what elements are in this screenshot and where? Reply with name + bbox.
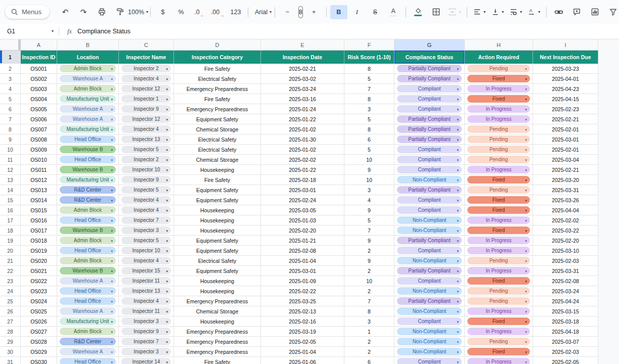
header-cell-next_due[interactable]: Next Inspection Due bbox=[533, 51, 598, 64]
dropdown-chip[interactable]: Inspector 10▾ bbox=[121, 247, 171, 254]
dropdown-chip[interactable]: Compliant▾ bbox=[397, 105, 462, 113]
dropdown-chip[interactable]: Inspector 2▾ bbox=[121, 65, 171, 72]
row-number[interactable]: 25 bbox=[0, 296, 21, 306]
dropdown-chip[interactable]: Pending▾ bbox=[467, 297, 530, 305]
column-header-B[interactable]: B bbox=[57, 39, 119, 51]
dropdown-chip[interactable]: Compliant▾ bbox=[397, 95, 462, 103]
dropdown-chip[interactable]: Manufacturing Unit▾ bbox=[60, 95, 116, 103]
row-number[interactable]: 21 bbox=[0, 256, 21, 266]
dropdown-chip[interactable]: Partially Compliant▾ bbox=[397, 135, 462, 143]
dropdown-chip[interactable]: Manufacturing Unit▾ bbox=[60, 176, 116, 184]
dropdown-chip[interactable]: Warehouse A▾ bbox=[60, 75, 116, 82]
row-number[interactable]: 1 bbox=[0, 51, 21, 64]
row-number[interactable]: 12 bbox=[0, 165, 21, 175]
row-number[interactable]: 24 bbox=[0, 286, 21, 296]
row-number[interactable]: 2 bbox=[0, 64, 21, 74]
dropdown-chip[interactable]: Inspector 1▾ bbox=[121, 95, 171, 103]
insert-link-button[interactable] bbox=[550, 5, 567, 19]
dropdown-chip[interactable]: R&D Center▾ bbox=[60, 196, 116, 204]
dropdown-chip[interactable]: Non-Compliant▾ bbox=[397, 348, 462, 355]
header-cell-id[interactable]: Inspection ID bbox=[21, 51, 57, 64]
zoom-select[interactable]: 100% ▾ bbox=[129, 5, 147, 19]
dropdown-chip[interactable]: Inspector 2▾ bbox=[121, 156, 171, 163]
dropdown-chip[interactable]: Compliant▾ bbox=[397, 146, 462, 153]
dropdown-chip[interactable]: Pending▾ bbox=[467, 287, 530, 295]
row-number[interactable]: 13 bbox=[0, 175, 21, 185]
decrease-decimal-button[interactable]: .0← bbox=[191, 5, 208, 19]
dropdown-chip[interactable]: Inspector 9▾ bbox=[121, 105, 171, 113]
dropdown-chip[interactable]: Admin Block▾ bbox=[60, 328, 116, 335]
dropdown-chip[interactable]: In Progress▾ bbox=[467, 247, 530, 254]
dropdown-chip[interactable]: Inspector 9▾ bbox=[121, 176, 171, 184]
dropdown-chip[interactable]: Inspector 9▾ bbox=[121, 328, 171, 335]
currency-format-button[interactable]: $ bbox=[154, 5, 171, 19]
row-number[interactable]: 14 bbox=[0, 185, 21, 195]
dropdown-chip[interactable]: In Progress▾ bbox=[467, 85, 530, 93]
dropdown-chip[interactable]: Inspector 15▾ bbox=[121, 267, 171, 275]
dropdown-chip[interactable]: Inspector 12▾ bbox=[121, 115, 171, 123]
header-cell-date[interactable]: Inspection Date bbox=[261, 51, 344, 64]
dropdown-chip[interactable]: R&D Center▾ bbox=[60, 186, 116, 194]
dropdown-chip[interactable]: Pending▾ bbox=[467, 338, 530, 345]
dropdown-chip[interactable]: Fixed▾ bbox=[467, 196, 530, 204]
dropdown-chip[interactable]: Non-Compliant▾ bbox=[397, 287, 462, 295]
percent-format-button[interactable]: % bbox=[172, 5, 190, 19]
row-number[interactable]: 29 bbox=[0, 337, 21, 347]
dropdown-chip[interactable]: Inspector 4▾ bbox=[121, 75, 171, 82]
name-box[interactable]: G1 ▾ bbox=[0, 28, 58, 35]
dropdown-chip[interactable]: Inspector 5▾ bbox=[121, 186, 171, 194]
dropdown-chip[interactable]: Compliant▾ bbox=[397, 156, 462, 163]
dropdown-chip[interactable]: Head Office▾ bbox=[60, 156, 116, 163]
dropdown-chip[interactable]: Fixed▾ bbox=[467, 75, 530, 82]
decrease-font-size-button[interactable]: − bbox=[279, 5, 296, 19]
dropdown-chip[interactable]: Partially Compliant▾ bbox=[397, 267, 462, 275]
dropdown-chip[interactable]: Fixed▾ bbox=[467, 226, 530, 234]
dropdown-chip[interactable]: Non-Compliant▾ bbox=[397, 338, 462, 345]
column-header-E[interactable]: E bbox=[261, 39, 344, 51]
borders-button[interactable] bbox=[428, 5, 445, 19]
column-header-F[interactable]: F bbox=[344, 39, 394, 51]
dropdown-chip[interactable]: Compliant▾ bbox=[397, 358, 462, 364]
row-number[interactable]: 6 bbox=[0, 104, 21, 114]
dropdown-chip[interactable]: Partially Compliant▾ bbox=[397, 237, 462, 244]
row-number[interactable]: 8 bbox=[0, 124, 21, 134]
dropdown-chip[interactable]: Inspector 5▾ bbox=[121, 237, 171, 244]
dropdown-chip[interactable]: Non-Compliant▾ bbox=[397, 307, 462, 315]
dropdown-chip[interactable]: Non-Compliant▾ bbox=[397, 257, 462, 264]
dropdown-chip[interactable]: In Progress▾ bbox=[467, 307, 530, 315]
dropdown-chip[interactable]: Inspector 3▾ bbox=[121, 317, 171, 325]
dropdown-chip[interactable]: Inspector 12▾ bbox=[121, 85, 171, 93]
dropdown-chip[interactable]: Warehouse A▾ bbox=[60, 277, 116, 285]
formula-content[interactable]: Compliance Status bbox=[77, 28, 130, 35]
text-color-button[interactable]: A bbox=[385, 5, 402, 19]
dropdown-chip[interactable]: R&D Center▾ bbox=[60, 338, 116, 345]
dropdown-chip[interactable]: Pending▾ bbox=[467, 186, 530, 194]
dropdown-chip[interactable]: Admin Block▾ bbox=[60, 65, 116, 72]
dropdown-chip[interactable]: Inspector 4▾ bbox=[121, 125, 171, 133]
dropdown-chip[interactable]: Non-Compliant▾ bbox=[397, 216, 462, 224]
dropdown-chip[interactable]: Inspector 4▾ bbox=[121, 206, 171, 214]
undo-button[interactable]: ↶ bbox=[57, 5, 74, 19]
dropdown-chip[interactable]: Head Office▾ bbox=[60, 358, 116, 364]
dropdown-chip[interactable]: Compliant▾ bbox=[397, 166, 462, 173]
dropdown-chip[interactable]: Admin Block▾ bbox=[60, 85, 116, 93]
print-button[interactable] bbox=[93, 5, 110, 19]
dropdown-chip[interactable]: Partially Compliant▾ bbox=[397, 186, 462, 194]
dropdown-chip[interactable]: Compliant▾ bbox=[397, 317, 462, 325]
dropdown-chip[interactable]: Inspector 3▾ bbox=[121, 348, 171, 355]
dropdown-chip[interactable]: Pending▾ bbox=[467, 257, 530, 264]
column-header-C[interactable]: C bbox=[119, 39, 174, 51]
row-number[interactable]: 20 bbox=[0, 246, 21, 256]
number-format-button[interactable]: 123 bbox=[227, 5, 244, 19]
row-number[interactable]: 30 bbox=[0, 347, 21, 357]
dropdown-chip[interactable]: Compliant▾ bbox=[397, 196, 462, 204]
vertical-align-button[interactable]: ▾ bbox=[489, 5, 506, 19]
row-number[interactable]: 31 bbox=[0, 357, 21, 364]
dropdown-chip[interactable]: Warehouse A▾ bbox=[60, 105, 116, 113]
header-cell-action[interactable]: Action Required bbox=[465, 51, 533, 64]
header-cell-category[interactable]: Inspection Category bbox=[174, 51, 261, 64]
dropdown-chip[interactable]: Inspector 11▾ bbox=[121, 277, 171, 285]
font-select[interactable]: Arial ▾ bbox=[252, 5, 271, 19]
header-cell-risk[interactable]: Risk Score (1-10) bbox=[344, 51, 394, 64]
dropdown-chip[interactable]: Inspector 4▾ bbox=[121, 297, 171, 305]
